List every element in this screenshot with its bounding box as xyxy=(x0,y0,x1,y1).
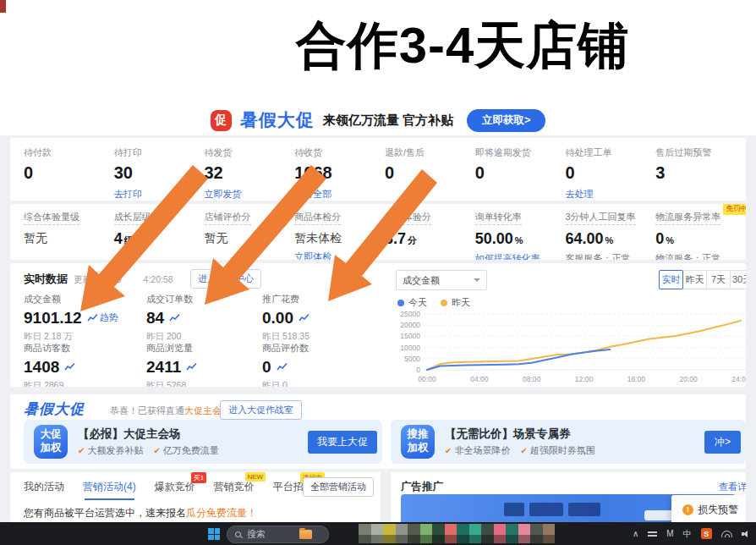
claim-now-button[interactable]: 立即获取> xyxy=(467,109,545,132)
svg-text:15000: 15000 xyxy=(400,332,420,340)
tab-my-activities[interactable]: 我的活动 xyxy=(24,480,64,494)
trend-link[interactable] xyxy=(299,313,310,322)
all-activities-button[interactable]: 全部营销活动 xyxy=(303,477,374,497)
censored-app-icon[interactable] xyxy=(543,524,556,543)
activities-card: 我的活动 营销活动(4) 爆款竞价买1 营销竞价NEW 平台招标进行中 全部营销… xyxy=(10,472,381,522)
rt-metric-gmv: 成交金额 9101.12 趋势 昨日 2.18 万 xyxy=(24,293,134,343)
trend-link[interactable]: 趋势 xyxy=(87,311,118,324)
svg-text:20000: 20000 xyxy=(400,321,420,329)
start-button[interactable] xyxy=(208,528,220,540)
system-tray: ∧ M 中 S xyxy=(633,522,756,545)
censored-app-icon[interactable] xyxy=(506,524,518,543)
check-icon: ✔ xyxy=(445,446,452,455)
sale-boost-badge: 大促 加权 xyxy=(34,425,68,459)
trend-link[interactable] xyxy=(186,362,197,372)
trend-icon xyxy=(64,362,75,372)
summer-sale-logo: 暑假大促 xyxy=(24,399,85,419)
range-tab-7d[interactable]: 7天 xyxy=(706,270,731,289)
censored-app-icon[interactable] xyxy=(457,524,469,543)
censored-app-icon[interactable] xyxy=(445,524,457,543)
svg-text:0: 0 xyxy=(416,366,420,374)
go-button[interactable]: 冲> xyxy=(704,431,741,454)
censored-app-icon[interactable] xyxy=(469,524,482,543)
trend-icon xyxy=(87,313,98,322)
go-print-link[interactable]: 去打印 xyxy=(114,188,142,201)
svg-text:16:00: 16:00 xyxy=(627,375,646,383)
view-details-link[interactable]: 查看详情 xyxy=(719,481,746,493)
censored-app-icon[interactable] xyxy=(432,524,445,543)
tray-ime-icon[interactable]: 中 xyxy=(683,530,692,538)
handle-link[interactable]: 去处理 xyxy=(566,188,594,201)
censored-app-icon[interactable] xyxy=(396,524,408,543)
metric-experience-level: 综合体验量级 暂无 xyxy=(24,204,114,260)
censored-app-icon[interactable] xyxy=(371,524,384,543)
new-badge: NEW xyxy=(245,472,266,482)
tray-lang-icon[interactable]: M xyxy=(666,530,673,538)
tab-marketing-activities[interactable]: 营销活动(4) xyxy=(83,480,136,494)
metric-work-orders: 待处理工单 0 去处理 xyxy=(566,138,656,201)
rt-metric-visitors: 商品访客数 1408 昨日 2869 xyxy=(24,342,134,387)
censored-app-icon[interactable] xyxy=(481,524,494,543)
banner-text-blob xyxy=(529,503,563,516)
tab-marketing-bidding[interactable]: 营销竞价NEW xyxy=(214,480,255,494)
range-tab-realtime[interactable]: 实时 xyxy=(659,270,683,289)
improve-conversion-link[interactable]: 如何提高转化率 xyxy=(475,252,540,260)
tray-settings-icon[interactable] xyxy=(648,530,657,537)
volume-icon[interactable] xyxy=(742,530,750,537)
join-sale-button[interactable]: 我要上大促 xyxy=(308,431,377,454)
censored-app-icon[interactable] xyxy=(408,524,420,543)
promo-subtitle: 来领亿万流量 官方补贴 xyxy=(323,113,453,129)
ads-promotion-card: 广告推广 查看详情 ! 损失预警 xyxy=(391,472,746,522)
svg-text:24:00: 24:00 xyxy=(731,375,746,383)
windows-taskbar: 搜索 ∧ M 中 S xyxy=(0,522,756,545)
screenshot-root: 合作3-4天店铺 促 暑假大促 来领亿万流量 官方补贴 立即获取> 待付款 0 … xyxy=(0,0,756,545)
censored-app-icon[interactable] xyxy=(383,524,396,543)
free-traffic-link[interactable]: 瓜分免费流量！ xyxy=(186,507,257,519)
range-tab-30d[interactable]: 30天 xyxy=(730,270,746,289)
data-center-button[interactable]: 进入数据中心 xyxy=(190,269,261,289)
metric-to-ship: 待发货 32 立即发货 xyxy=(205,138,295,201)
range-tab-yesterday[interactable]: 昨天 xyxy=(682,270,707,289)
censored-app-icon[interactable] xyxy=(494,524,507,543)
realtime-title: 实时数据 xyxy=(24,272,68,287)
checkup-now-link[interactable]: 立即体检 xyxy=(294,250,331,260)
ads-title: 广告推广 xyxy=(401,480,443,494)
trend-link[interactable] xyxy=(169,313,180,322)
tray-chevron-icon[interactable]: ∧ xyxy=(633,530,638,538)
check-icon: ✔ xyxy=(153,446,160,455)
trend-icon xyxy=(277,362,288,372)
trend-link[interactable] xyxy=(64,362,75,372)
metric-product-checkup: 商品体检分 暂未体检 立即体检 xyxy=(294,204,385,260)
rt-metric-pageviews: 商品浏览量 2411 昨日 5268 xyxy=(146,342,256,387)
censored-app-icon[interactable] xyxy=(518,524,531,543)
page-title: 合作3-4天店铺 xyxy=(169,12,756,80)
censored-app-icon[interactable] xyxy=(530,524,543,543)
view-all-link[interactable]: 查看全部 xyxy=(294,188,331,201)
scene-coupon-card: 搜推 加权 【无需比价】场景专属券 ✔非全场景降价 ✔超强限时券氛围 冲> xyxy=(391,420,746,464)
selection-notice: 您有商品被平台运营选中，速来报名瓜分免费流量！ xyxy=(24,506,257,520)
wifi-icon[interactable] xyxy=(721,530,732,537)
war-room-button[interactable]: 进入大促作战室 xyxy=(220,400,302,420)
metric-inquiry-conversion: 询单转化率 50.00% 如何提高转化率 xyxy=(475,204,566,260)
svg-text:00:00: 00:00 xyxy=(418,375,436,383)
rt-metric-reviews: 商品评价数 0 昨日 0 xyxy=(262,342,372,387)
ship-now-link[interactable]: 立即发货 xyxy=(205,188,242,201)
svg-text:04:00: 04:00 xyxy=(470,375,489,383)
censored-app-icon[interactable] xyxy=(420,524,433,543)
sogou-input-icon[interactable]: S xyxy=(701,528,712,539)
chart-range-tabs: 实时 昨天 7天 30天 xyxy=(660,270,746,289)
realtime-data-card: 实时数据 更新时间 20 4:20:58 进入数据中心 成交金额 9101.12… xyxy=(10,263,746,387)
trend-icon xyxy=(169,313,180,322)
banner-text-blob xyxy=(504,503,524,516)
trend-link[interactable] xyxy=(277,362,288,372)
pinned-apps-censored[interactable] xyxy=(359,524,555,543)
tab-hot-bidding[interactable]: 爆款竞价买1 xyxy=(155,480,195,494)
file-explorer-icon[interactable] xyxy=(299,530,312,539)
search-boost-badge: 搜推 加权 xyxy=(401,425,435,459)
loss-warning-popup[interactable]: ! 损失预警 xyxy=(671,495,746,522)
censored-app-icon[interactable] xyxy=(359,524,371,543)
taskbar-search[interactable]: 搜索 xyxy=(227,526,329,543)
chart-metric-dropdown[interactable]: 成交金额 xyxy=(396,270,487,290)
search-icon xyxy=(235,531,242,538)
metric-shop-rating: 店铺评价分 暂无 xyxy=(205,204,295,260)
